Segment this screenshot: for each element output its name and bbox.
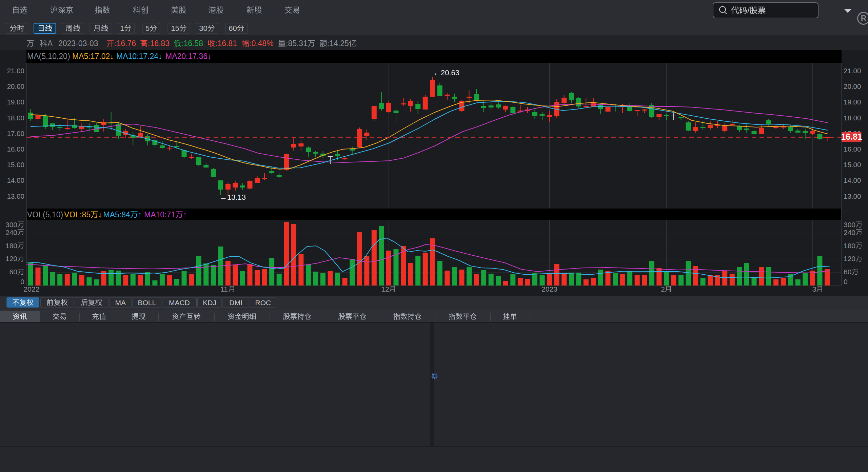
svg-text:←20.63: ←20.63 (433, 68, 459, 77)
svg-text:17.00: 17.00 (7, 130, 24, 137)
svg-text:↑: ↑ (138, 210, 142, 219)
svg-text:15: 15 (171, 24, 179, 33)
svg-text:1: 1 (120, 24, 124, 33)
svg-text:MA10:71: MA10:71 (144, 210, 175, 219)
svg-text::16.83: :16.83 (148, 39, 170, 48)
svg-text:240: 240 (5, 229, 17, 236)
svg-text:MA: MA (115, 299, 126, 307)
svg-text:DMI: DMI (229, 299, 242, 307)
svg-text:19.00: 19.00 (7, 98, 24, 106)
svg-text:/: / (747, 6, 750, 15)
svg-text:60: 60 (9, 268, 17, 276)
svg-text:14.00: 14.00 (7, 176, 24, 184)
svg-text:13.00: 13.00 (844, 192, 861, 200)
svg-text:16.81: 16.81 (841, 132, 862, 141)
svg-text:12: 12 (381, 285, 389, 293)
svg-text:MA20:17.36↓: MA20:17.36↓ (165, 52, 212, 61)
svg-text:120: 120 (844, 255, 855, 262)
svg-text:240: 240 (844, 229, 855, 236)
svg-text:0: 0 (844, 278, 848, 286)
svg-text:BOLL: BOLL (138, 299, 156, 307)
svg-text:21.00: 21.00 (7, 67, 24, 75)
svg-text:VOL(5,10): VOL(5,10) (27, 210, 63, 219)
svg-text:R: R (861, 14, 867, 23)
svg-text::16.76: :16.76 (114, 39, 136, 48)
svg-text:0: 0 (20, 278, 24, 286)
svg-text:2023-03-03: 2023-03-03 (58, 39, 98, 48)
svg-text::14.25: :14.25 (327, 39, 349, 48)
svg-text:VOL:85: VOL:85 (64, 210, 91, 219)
svg-text:2023: 2023 (541, 285, 557, 293)
svg-text:MA(5,10,20): MA(5,10,20) (27, 52, 70, 61)
svg-text:16.00: 16.00 (844, 145, 861, 153)
svg-text:MACD: MACD (169, 299, 190, 307)
svg-text:30: 30 (199, 24, 207, 33)
svg-text:↓: ↓ (98, 210, 102, 219)
svg-text:MA5:17.02↓: MA5:17.02↓ (72, 52, 114, 61)
svg-text:20.00: 20.00 (7, 82, 24, 90)
svg-text:3: 3 (812, 285, 816, 293)
svg-text::16.81: :16.81 (215, 39, 237, 48)
svg-text::0.48%: :0.48% (249, 39, 274, 48)
svg-text:19.00: 19.00 (844, 98, 861, 106)
svg-text:2022: 2022 (24, 285, 40, 293)
svg-text:120: 120 (5, 255, 17, 262)
svg-text:15.00: 15.00 (7, 161, 24, 169)
svg-text:MA5:84: MA5:84 (103, 210, 130, 219)
svg-text:300: 300 (844, 221, 855, 229)
svg-text:5: 5 (145, 24, 150, 33)
svg-text:11: 11 (220, 285, 228, 293)
svg-text:60: 60 (844, 268, 851, 276)
svg-text:21.00: 21.00 (844, 67, 861, 75)
svg-text:KDJ: KDJ (203, 299, 216, 307)
svg-text:ROC: ROC (255, 299, 271, 307)
svg-text:300: 300 (5, 221, 17, 229)
svg-text:180: 180 (5, 242, 17, 250)
svg-text:18.00: 18.00 (7, 114, 24, 122)
svg-text::16.58: :16.58 (181, 39, 203, 48)
svg-text:MA10:17.24↓: MA10:17.24↓ (116, 52, 162, 61)
svg-text:A: A (47, 39, 53, 48)
svg-text:16.00: 16.00 (7, 145, 24, 153)
svg-text:180: 180 (844, 242, 855, 250)
svg-text:60: 60 (229, 24, 237, 33)
svg-text:↑: ↑ (183, 210, 187, 219)
svg-text:14.00: 14.00 (844, 176, 861, 184)
svg-text::85.31: :85.31 (286, 39, 308, 48)
svg-text:20.00: 20.00 (844, 82, 861, 90)
svg-text:←13.13: ←13.13 (220, 193, 246, 201)
svg-text:2: 2 (661, 285, 665, 293)
svg-text:18.00: 18.00 (844, 114, 861, 122)
svg-text:15.00: 15.00 (844, 161, 861, 169)
svg-text:13.00: 13.00 (7, 192, 24, 200)
